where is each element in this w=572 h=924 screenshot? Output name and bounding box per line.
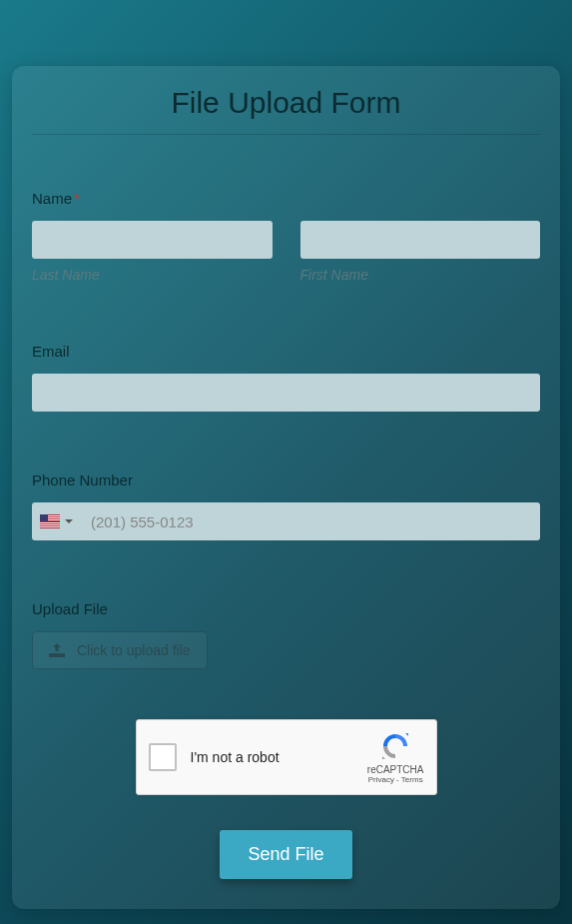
upload-button-text: Click to upload file [77, 642, 191, 658]
recaptcha-text: I'm not a robot [191, 749, 367, 765]
send-file-button[interactable]: Send File [220, 830, 351, 879]
phone-label: Phone Number [32, 471, 540, 488]
recaptcha-widget: I'm not a robot reCAPTCHA Privacy - Term… [136, 719, 437, 795]
recaptcha-privacy-link[interactable]: Privacy [368, 775, 394, 784]
recaptcha-checkbox[interactable] [149, 743, 177, 771]
us-flag-icon [40, 514, 60, 528]
recaptcha-brand-text: reCAPTCHA [367, 764, 424, 775]
name-label: Name* [32, 190, 540, 207]
last-name-sublabel: Last Name [32, 267, 273, 283]
upload-label: Upload File [32, 600, 540, 617]
email-field-group: Email [32, 343, 540, 412]
chevron-down-icon [65, 519, 73, 523]
phone-field-group: Phone Number [32, 471, 540, 540]
first-name-sublabel: First Name [300, 267, 541, 283]
email-label: Email [32, 343, 540, 360]
recaptcha-links: Privacy - Terms [368, 775, 423, 784]
upload-file-button[interactable]: Click to upload file [32, 631, 208, 669]
required-indicator: * [74, 190, 80, 207]
page-title: File Upload Form [32, 86, 540, 135]
last-name-input[interactable] [32, 221, 273, 259]
upload-field-group: Upload File Click to upload file [32, 600, 540, 669]
svg-marker-0 [405, 733, 408, 736]
svg-marker-1 [382, 756, 385, 759]
first-name-input[interactable] [300, 221, 541, 259]
email-input[interactable] [32, 374, 540, 412]
recaptcha-logo-icon [379, 730, 411, 762]
name-field-group: Name* Last Name First Name [32, 190, 540, 283]
upload-icon [49, 643, 65, 657]
form-card: File Upload Form Name* Last Name First N… [12, 66, 560, 909]
country-code-selector[interactable] [32, 502, 81, 540]
phone-input[interactable] [81, 502, 540, 540]
recaptcha-terms-link[interactable]: Terms [401, 775, 423, 784]
